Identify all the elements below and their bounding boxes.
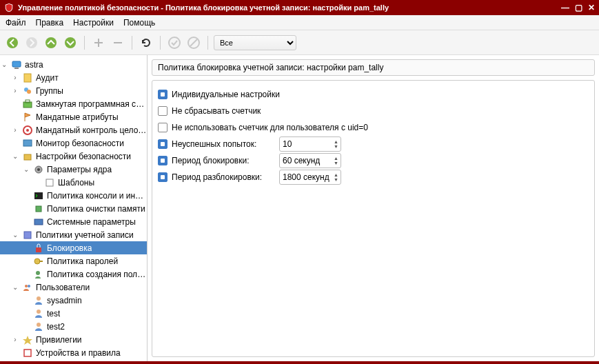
memory-icon <box>33 203 44 214</box>
tree-mem-clear[interactable]: Политика очистки памяти <box>0 202 147 215</box>
minimize-button[interactable]: — <box>561 3 569 12</box>
expand-icon[interactable]: › <box>11 74 19 81</box>
tree-sec-monitor[interactable]: Монитор безопасности <box>0 136 147 150</box>
tree-users[interactable]: ⌄Пользователи <box>0 281 147 294</box>
user-icon <box>33 295 44 306</box>
sidebar-tree[interactable]: ⌄astra ›Аудит ›Группы Замкнутая программ… <box>0 55 148 361</box>
svg-point-1 <box>26 37 37 48</box>
spinner-arrows-icon[interactable]: ▲▼ <box>334 139 341 149</box>
menu-file[interactable]: Файл <box>6 18 26 28</box>
checkbox-lock-period[interactable] <box>158 156 167 165</box>
spinner-arrows-icon[interactable]: ▲▼ <box>334 172 341 182</box>
separator <box>160 36 161 50</box>
collapse-icon[interactable]: ⌄ <box>22 165 30 173</box>
tree-acct-policy[interactable]: ⌄Политики учетной записи <box>0 228 147 241</box>
down-button[interactable] <box>62 34 79 51</box>
spinner-arrows-icon[interactable]: ▲▼ <box>334 156 341 165</box>
expand-icon[interactable]: › <box>11 87 19 94</box>
svg-rect-7 <box>12 61 21 67</box>
checkbox-no-counter-uid0[interactable] <box>158 123 167 132</box>
privileges-icon <box>22 334 33 345</box>
tree-lockout[interactable]: Блокировка <box>0 241 147 254</box>
forward-button[interactable] <box>23 34 40 51</box>
user-create-icon <box>33 269 44 280</box>
lock-icon <box>33 243 44 254</box>
menu-help[interactable]: Помощь <box>123 18 155 28</box>
tree-groups[interactable]: ›Группы <box>0 84 147 97</box>
toolbar: Все <box>0 30 599 55</box>
svg-rect-20 <box>46 179 53 186</box>
kernel-icon <box>33 164 44 175</box>
tree-kernel[interactable]: ⌄Параметры ядра <box>0 163 147 176</box>
statusbar <box>0 361 599 364</box>
separator <box>207 36 208 50</box>
svg-rect-21 <box>34 192 43 199</box>
window-title: Управление политикой безопасности - Поли… <box>18 3 561 12</box>
tree-sec-settings[interactable]: ⌄Настройки безопасности <box>0 150 147 163</box>
refresh-button[interactable] <box>138 34 154 51</box>
collapse-icon[interactable]: ⌄ <box>0 61 8 68</box>
menubar: Файл Правка Настройки Помощь <box>0 15 599 30</box>
filter-select[interactable]: Все <box>214 35 296 50</box>
collapse-icon[interactable]: ⌄ <box>11 231 19 239</box>
cancel-button[interactable] <box>185 34 202 51</box>
svg-rect-16 <box>23 140 32 146</box>
tree-sys-params[interactable]: Системные параметры <box>0 215 147 228</box>
label-fail-attempts: Неуспешных попыток: <box>172 139 275 149</box>
tree-privileges[interactable]: ›Привилегии <box>0 333 147 346</box>
svg-point-2 <box>45 37 57 48</box>
expand-icon[interactable]: › <box>11 336 19 343</box>
computer-icon <box>11 59 22 70</box>
groups-icon <box>22 85 33 97</box>
audit-icon <box>22 72 33 83</box>
panel-body: Индивидуальные настройки Не сбрасывать с… <box>152 80 595 357</box>
add-button[interactable] <box>90 34 107 51</box>
checkbox-fail-attempts[interactable] <box>158 139 167 149</box>
checkbox-individual[interactable] <box>158 90 167 99</box>
spinbox-lock-period[interactable]: 60 секунд▲▼ <box>279 153 341 168</box>
svg-point-3 <box>65 37 76 48</box>
svg-line-6 <box>190 39 197 46</box>
collapse-icon[interactable]: ⌄ <box>11 152 19 160</box>
svg-point-19 <box>37 168 40 171</box>
system-icon <box>33 216 44 228</box>
spinbox-fail-attempts[interactable]: 10▲▼ <box>279 136 341 152</box>
maximize-button[interactable]: ▢ <box>575 3 582 12</box>
back-button[interactable] <box>4 34 21 51</box>
tree-devices[interactable]: Устройства и правила <box>0 346 147 359</box>
remove-button[interactable] <box>110 34 126 51</box>
svg-point-26 <box>34 259 40 264</box>
close-button[interactable]: ✕ <box>588 3 595 12</box>
apply-button[interactable] <box>166 34 183 51</box>
tree-mand-integ[interactable]: ›Мандатный контроль целостности <box>0 123 147 136</box>
svg-rect-27 <box>39 261 43 262</box>
checkbox-no-reset[interactable] <box>158 106 167 116</box>
tree-root[interactable]: ⌄astra <box>0 58 147 71</box>
menu-settings[interactable]: Настройки <box>73 18 114 28</box>
separator <box>84 36 85 50</box>
svg-point-31 <box>37 296 41 301</box>
svg-rect-34 <box>24 350 31 356</box>
shield-icon <box>4 3 14 12</box>
collapse-icon[interactable]: ⌄ <box>11 283 19 291</box>
label-individual: Индивидуальные настройки <box>172 90 280 99</box>
tree-user-create[interactable]: Политика создания пользова... <box>0 267 147 281</box>
tree-audit[interactable]: ›Аудит <box>0 71 147 84</box>
spinbox-unlock-period[interactable]: 1800 секунд▲▼ <box>279 170 341 185</box>
svg-point-11 <box>27 90 31 94</box>
up-button[interactable] <box>43 34 59 51</box>
checkbox-unlock-period[interactable] <box>158 172 167 182</box>
expand-icon[interactable]: › <box>11 126 19 134</box>
menu-edit[interactable]: Правка <box>36 18 64 28</box>
tree-user-sysadmin[interactable]: sysadmin <box>0 294 147 307</box>
svg-point-30 <box>28 285 30 287</box>
tree-templates[interactable]: Шаблоны <box>0 176 147 189</box>
tree-user-test2[interactable]: test2 <box>0 320 147 333</box>
tree-pwd-policy[interactable]: Политика паролей <box>0 254 147 267</box>
tree-mand-attr[interactable]: Мандатные атрибуты <box>0 110 147 123</box>
tree-user-test[interactable]: test <box>0 307 147 320</box>
tree-console-policy[interactable]: Политика консоли и интерпр... <box>0 189 147 202</box>
svg-rect-23 <box>34 219 43 225</box>
svg-rect-22 <box>36 206 41 212</box>
tree-closed-env[interactable]: Замкнутая программная среда <box>0 97 147 110</box>
